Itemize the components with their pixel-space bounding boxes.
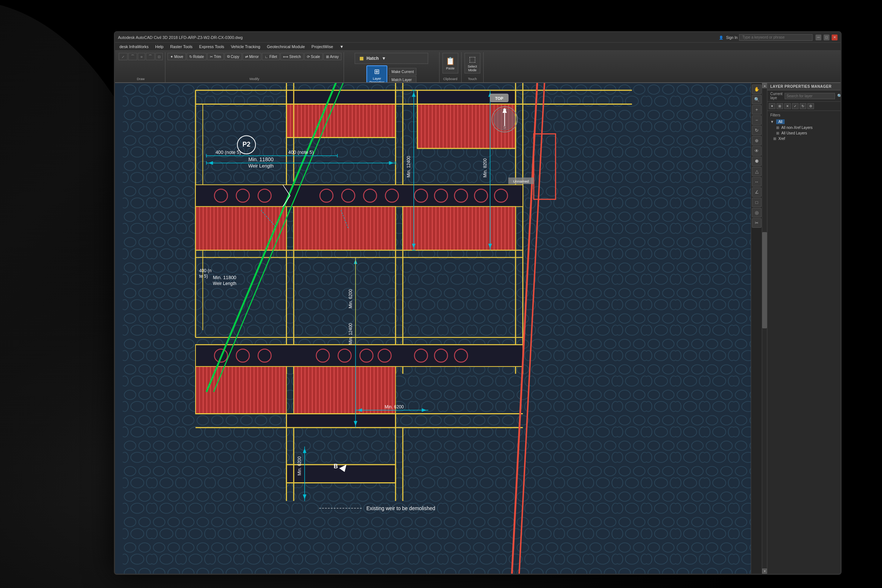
signin-label[interactable]: Sign In — [726, 36, 738, 40]
menu-express[interactable]: Express Tools — [196, 44, 227, 50]
paste-btn[interactable]: 📋 Paste — [442, 53, 458, 74]
array-btn[interactable]: ⊞ Array — [323, 53, 341, 60]
cad-canvas[interactable]: P2 400 (note 5) 400 (note 5) Min. 11800 … — [115, 83, 767, 574]
copy-btn[interactable]: ⧉ Copy — [225, 53, 242, 60]
layer-properties-btn[interactable]: ⊞ Layer Properties — [367, 65, 387, 83]
search-icon[interactable]: 🔍 — [837, 94, 841, 98]
layer-tools: ⊞ Layer Properties Make Current Match La… — [367, 65, 416, 83]
set-current-btn[interactable]: ✓ — [792, 103, 799, 109]
make-current-btn[interactable]: Make Current — [389, 68, 416, 75]
menu-infraworks[interactable]: desk InfraWorks — [117, 44, 152, 50]
look-btn[interactable]: 👁 — [752, 146, 762, 156]
line-btn[interactable]: ⟋ — [119, 53, 128, 60]
distance-btn[interactable]: ↔ — [752, 177, 762, 187]
select-mode-btn[interactable]: ⬚ Select Mode — [464, 53, 480, 74]
zoom-tool[interactable]: 🔍 — [752, 95, 762, 104]
zoom-in-btn[interactable]: + — [752, 105, 762, 115]
filters-label: Filters — [770, 113, 837, 117]
monitor-screen: Autodesk AutoCAD Civil 3D 2018 LFD-ARP-Z… — [114, 31, 841, 575]
svg-text:Min. 11800: Min. 11800 — [248, 156, 274, 162]
fillet-btn[interactable]: ∟ Fillet — [262, 53, 279, 60]
move-btn[interactable]: ✦ Move — [168, 53, 186, 60]
select-label: Select Mode — [468, 64, 477, 72]
hatch-icon: ▦ — [359, 56, 364, 61]
menu-geotechnical[interactable]: Geotechnical Module — [264, 44, 308, 50]
orbit-btn[interactable]: ⊕ — [752, 136, 762, 146]
menu-more[interactable]: ▼ — [337, 44, 347, 50]
isolate-btn[interactable]: ◎ — [752, 208, 762, 218]
maximize-button[interactable]: □ — [823, 34, 829, 40]
layer-panel-toolbar: ✦ ⊞ ✕ ✓ ↻ ⚙ — [767, 102, 840, 111]
angle-btn[interactable]: ∠ — [752, 187, 762, 197]
layer-properties-panel: LAYER PROPERTIES MANAGER Current laye 🔍 … — [767, 83, 840, 574]
arc-btn[interactable]: ⌒ — [146, 53, 155, 60]
cad-drawing: P2 400 (note 5) 400 (note 5) Min. 11800 … — [115, 83, 767, 574]
svg-rect-66 — [195, 366, 286, 414]
settings-btn[interactable]: ⚙ — [807, 103, 814, 109]
filter-all[interactable]: ▼ All — [770, 118, 837, 125]
filter-icon-3: ⊞ — [773, 136, 776, 141]
new-vp-btn[interactable]: ⊞ — [777, 103, 783, 109]
keyword-search-input[interactable] — [739, 34, 813, 41]
layer-search-input[interactable] — [784, 93, 835, 99]
rect-btn[interactable]: □ — [155, 53, 163, 60]
minimize-button[interactable]: ─ — [816, 34, 821, 40]
menu-raster[interactable]: Raster Tools — [167, 44, 195, 50]
window-title: Autodesk AutoCAD Civil 3D 2018 LFD-ARP-Z… — [118, 35, 739, 40]
polyline-btn[interactable]: ⌒ — [128, 53, 137, 60]
pan-tool[interactable]: ✋ — [752, 84, 762, 94]
refresh-btn[interactable]: ↻ — [800, 103, 806, 109]
hatch-dropdown[interactable]: ▦ Hatch ▼ — [355, 53, 428, 64]
walk-btn[interactable]: ⚈ — [752, 156, 762, 166]
current-layer-label: Current laye — [770, 92, 783, 100]
svg-rect-39 — [195, 185, 523, 206]
match-layer-btn[interactable]: Match Layer — [389, 76, 416, 83]
rotate-view-btn[interactable]: ↻ — [752, 126, 762, 135]
svg-text:te 5): te 5) — [199, 274, 208, 279]
svg-rect-72 — [286, 414, 395, 428]
svg-text:Existing weir to be demolished: Existing weir to be demolished — [367, 506, 435, 511]
filter-xref[interactable]: ⊞ Xref — [770, 136, 837, 141]
layer-properties-icon: ⊞ — [374, 68, 380, 76]
clipboard-tools: 📋 Paste — [442, 53, 458, 74]
fly-btn[interactable]: △ — [752, 167, 762, 176]
filter-non-xref[interactable]: ⊞ All non-Xref Layers — [770, 125, 837, 130]
ribbon-toolbar: ⟋ ⌒ ○ ⌒ □ Draw ✦ Move ↻ Rotate ✂ Trim ⧉ … — [115, 51, 840, 83]
window-controls: ─ □ ✕ — [816, 34, 837, 40]
clip-btn[interactable]: ✂ — [752, 218, 762, 228]
stretch-btn[interactable]: ⟺ Stretch — [280, 53, 304, 60]
select-icon: ⬚ — [469, 55, 476, 63]
svg-text:Weir Length: Weir Length — [248, 163, 274, 169]
touch-tools: ⬚ Select Mode — [464, 53, 480, 74]
rotate-btn[interactable]: ↻ Rotate — [187, 53, 207, 60]
circle-btn[interactable]: ○ — [138, 53, 145, 60]
menu-projectwise[interactable]: ProjectWise — [309, 44, 336, 50]
filter-used[interactable]: ⊞ All Used Layers — [770, 130, 837, 136]
new-layer-btn[interactable]: ✦ — [769, 103, 775, 109]
ribbon-group-touch: ⬚ Select Mode Touch — [461, 52, 484, 82]
delete-layer-btn[interactable]: ✕ — [784, 103, 791, 109]
menu-vehicle[interactable]: Vehicle Tracking — [228, 44, 263, 50]
svg-text:Min. 8200: Min. 8200 — [482, 158, 488, 177]
mirror-btn[interactable]: ⇌ Mirror — [243, 53, 261, 60]
menu-bar: desk InfraWorks Help Raster Tools Expres… — [115, 43, 840, 51]
scale-btn[interactable]: ⟳ Scale — [304, 53, 323, 60]
modify-label: Modify — [249, 77, 260, 81]
close-button[interactable]: ✕ — [832, 34, 837, 40]
title-bar: Autodesk AutoCAD Civil 3D 2018 LFD-ARP-Z… — [115, 32, 840, 43]
ribbon-group-layers: ▦ Hatch ▼ ⊞ Layer Properties Make Curren… — [344, 52, 440, 82]
paste-label: Paste — [446, 66, 455, 70]
zoom-out-btn[interactable]: − — [752, 116, 762, 125]
filter-xref-label: Xref — [778, 136, 785, 141]
trim-btn[interactable]: ✂ Trim — [207, 53, 224, 60]
scroll-up-btn[interactable]: ▲ — [762, 83, 767, 88]
svg-text:Min. 12400: Min. 12400 — [406, 156, 411, 177]
svg-text:Min. 6200: Min. 6200 — [348, 289, 353, 308]
area-btn[interactable]: □ — [752, 198, 762, 207]
scroll-down-btn[interactable]: ▼ — [762, 568, 767, 574]
clipboard-label: Clipboard — [443, 77, 458, 81]
svg-text:400 (note 5): 400 (note 5) — [288, 150, 314, 155]
vertical-scrollbar[interactable]: ▲ ▼ — [762, 83, 767, 574]
filter-icon-1: ⊞ — [776, 126, 779, 130]
menu-help[interactable]: Help — [152, 44, 167, 50]
